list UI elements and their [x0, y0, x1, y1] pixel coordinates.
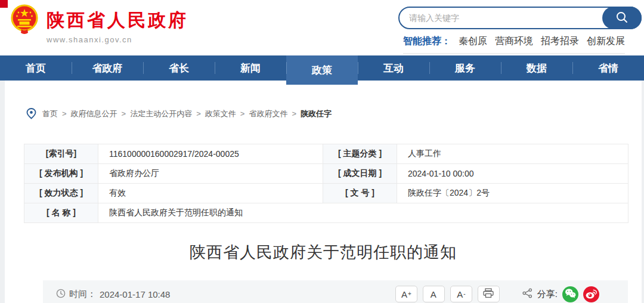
doc-number-label: [ 文 号 ]: [323, 184, 397, 203]
wechat-share-button[interactable]: [562, 286, 578, 302]
topic-category-value: 人事工作: [397, 144, 628, 164]
font-reset-button[interactable]: A: [423, 286, 445, 302]
breadcrumb-statutory-disclosure[interactable]: 法定主动公开内容: [130, 109, 192, 119]
index-number-value: 116100000160002917/2024-00025: [98, 144, 323, 164]
weibo-share-button[interactable]: [583, 286, 599, 302]
issue-date-label: [ 成文日期 ]: [323, 164, 397, 184]
site-url: www.shaanxi.gov.cn: [47, 35, 188, 44]
nav-item-services[interactable]: 服务: [429, 55, 501, 81]
page: 陕西省人民政府 www.shaanxi.gov.cn 智能推荐： 秦创原 营商环…: [0, 0, 644, 303]
site-header: 陕西省人民政府 www.shaanxi.gov.cn 智能推荐： 秦创原 营商环…: [0, 0, 644, 55]
font-decrease-button[interactable]: A-: [450, 286, 472, 302]
breadcrumb-separator: >: [196, 109, 201, 118]
nav-item-data[interactable]: 数据: [501, 55, 572, 81]
doc-number-value: 陕政任字〔2024〕2号: [397, 184, 628, 203]
corner-red-square: [0, 0, 8, 8]
recommend-label: 智能推荐：: [403, 35, 451, 48]
doc-name-label: [ 名 称 ]: [24, 203, 98, 223]
breadcrumb-separator: >: [240, 109, 245, 118]
index-number-label: [索引号]: [24, 144, 98, 164]
breadcrumb-home[interactable]: 首页: [42, 109, 58, 119]
nav-item-provincial-gov[interactable]: 省政府: [72, 55, 143, 81]
content-card: 首页 > 政府信息公开 > 法定主动公开内容 > 政策文件 > 省政府文件 > …: [5, 81, 642, 303]
search-button[interactable]: [602, 7, 642, 29]
font-size-buttons: A+ A A-: [395, 286, 500, 302]
nav-item-governor[interactable]: 省长: [143, 55, 215, 81]
breadcrumb-separator: >: [62, 109, 67, 118]
search-icon: [615, 11, 628, 26]
table-row: [ 名 称 ] 陕西省人民政府关于范明任职的通知: [24, 203, 628, 223]
recommend-link-qinchuangyuan[interactable]: 秦创原: [459, 35, 487, 48]
site-title: 陕西省人民政府: [47, 8, 188, 33]
national-emblem-icon: [10, 4, 39, 37]
share-label: 分享:: [537, 289, 558, 300]
issuing-agency-value: 省政府办公厅: [98, 164, 323, 184]
breadcrumb-policy-docs[interactable]: 政策文件: [205, 109, 236, 119]
table-row: [ 发布机构 ] 省政府办公厅 [ 成文日期 ] 2024-01-10 00:0…: [24, 164, 628, 184]
clock-icon: [56, 289, 66, 300]
breadcrumb: 首页 > 政府信息公开 > 法定主动公开内容 > 政策文件 > 省政府文件 > …: [5, 81, 642, 119]
weibo-icon: [586, 288, 597, 301]
issue-date-value: 2024-01-10 00:00: [397, 164, 628, 184]
print-button[interactable]: [478, 286, 500, 302]
recommend-link-recruitment[interactable]: 招考招录: [541, 35, 579, 48]
breadcrumb-gov-info[interactable]: 政府信息公开: [71, 109, 117, 119]
page-body: 首页 > 政府信息公开 > 法定主动公开内容 > 政策文件 > 省政府文件 > …: [0, 81, 644, 303]
font-increase-button[interactable]: A+: [395, 286, 417, 302]
share-icon: [522, 288, 532, 301]
printer-icon: [483, 288, 494, 300]
topic-category-label: [ 主题分类 ]: [323, 144, 397, 164]
location-pin-icon: [26, 108, 36, 119]
site-logo[interactable]: 陕西省人民政府 www.shaanxi.gov.cn: [10, 4, 188, 44]
table-row: [ 效力状态 ] 有效 [ 文 号 ] 陕政任字〔2024〕2号: [24, 184, 628, 203]
doc-name-value: 陕西省人民政府关于范明任职的通知: [98, 203, 628, 223]
search-box: [398, 7, 642, 29]
share-group: 分享:: [522, 286, 599, 302]
nav-item-province-info[interactable]: 省情: [572, 55, 644, 81]
article-title: 陕西省人民政府关于范明任职的通知: [5, 242, 642, 263]
breadcrumb-separator: >: [292, 109, 296, 118]
time-label: 时间：: [69, 289, 96, 300]
recommend-link-innovation[interactable]: 创新发展: [587, 35, 625, 48]
document-info-table: [索引号] 116100000160002917/2024-00025 [ 主题…: [24, 144, 628, 223]
nav-item-home[interactable]: 首页: [0, 55, 72, 81]
issuing-agency-label: [ 发布机构 ]: [24, 164, 98, 184]
wechat-icon: [565, 288, 576, 300]
article-toolbar: 时间： 2024-01-17 10:48 A+ A A-: [43, 280, 628, 303]
validity-status-label: [ 效力状态 ]: [24, 184, 98, 203]
breadcrumb-current: 陕政任字: [301, 109, 332, 119]
breadcrumb-provincial-docs[interactable]: 省政府文件: [249, 109, 287, 119]
validity-status-value: 有效: [98, 184, 323, 203]
nav-item-interaction[interactable]: 互动: [358, 55, 429, 81]
main-nav: 首页 省政府 省长 新闻 政策 互动 服务 数据 省情: [0, 55, 644, 81]
smart-recommend-bar: 智能推荐： 秦创原 营商环境 招考招录 创新发展: [403, 35, 625, 54]
breadcrumb-separator: >: [122, 109, 126, 118]
site-identity: 陕西省人民政府 www.shaanxi.gov.cn: [47, 4, 188, 44]
publish-time: 时间： 2024-01-17 10:48: [56, 289, 170, 300]
toolbar-actions: A+ A A-: [395, 286, 615, 302]
time-value: 2024-01-17 10:48: [100, 289, 170, 299]
table-row: [索引号] 116100000160002917/2024-00025 [ 主题…: [24, 144, 628, 164]
nav-item-policy[interactable]: 政策: [286, 55, 358, 85]
search-input[interactable]: [409, 9, 588, 27]
recommend-link-business-env[interactable]: 营商环境: [495, 35, 533, 48]
nav-item-news[interactable]: 新闻: [215, 55, 286, 81]
